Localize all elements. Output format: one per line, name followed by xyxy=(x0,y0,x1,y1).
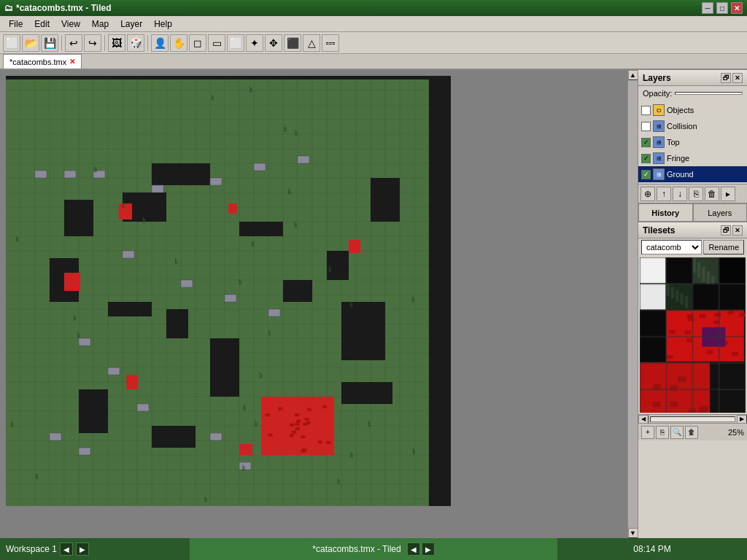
scroll-down-arrow[interactable]: ▼ xyxy=(628,528,638,538)
maximize-button[interactable]: □ xyxy=(716,2,728,14)
tab-close-button[interactable]: ✕ xyxy=(69,58,75,66)
layer-copy-button[interactable]: ⎘ xyxy=(689,187,703,201)
tab-layers[interactable]: Layers xyxy=(693,203,748,222)
redo-button[interactable]: ↪ xyxy=(84,34,101,52)
layer-toolbar: ⊕ ↑ ↓ ⎘ 🗑 ▸ xyxy=(638,184,747,203)
tileset-search-button[interactable]: 🔍 xyxy=(670,426,684,439)
scroll-up-arrow[interactable]: ▲ xyxy=(628,70,638,80)
tile-select-button[interactable]: ⬜ xyxy=(227,34,244,52)
layer-down-button[interactable]: ↓ xyxy=(673,187,687,201)
layer-item-top[interactable]: ✓ ⊞ Top xyxy=(638,134,747,150)
tileset-canvas[interactable] xyxy=(640,257,746,413)
layer-icon-ground: ⊞ xyxy=(653,168,665,180)
tilesets-content: catacomb Rename ◀ ▶ + ⎘ 🔍 🗑 25% xyxy=(638,238,747,538)
layer-item-collision[interactable]: ⊞ Collision xyxy=(638,118,747,134)
scroll-track[interactable] xyxy=(628,80,638,528)
layer-name-objects: Objects xyxy=(667,106,694,114)
canvas-area[interactable] xyxy=(0,70,627,538)
stamp-button[interactable]: 🖼 xyxy=(108,34,125,52)
tilesets-panel: Tilesets 🗗 ✕ catacomb Rename ◀ ▶ xyxy=(638,222,747,538)
menu-file[interactable]: File xyxy=(3,18,28,31)
layer-name-ground: Ground xyxy=(667,170,694,179)
tileset-scroll-left[interactable]: ◀ xyxy=(638,415,649,424)
main-area: ▲ ▼ Layers 🗗 ✕ Opacity: xyxy=(0,70,747,538)
canvas-vscrollbar[interactable]: ▲ ▼ xyxy=(627,70,638,538)
menu-help[interactable]: Help xyxy=(148,18,178,31)
close-button[interactable]: ✕ xyxy=(731,2,743,14)
bucket-button[interactable]: ⬛ xyxy=(284,34,301,52)
new-button[interactable]: ⬜ xyxy=(3,34,20,52)
app-icon: 🗂 xyxy=(4,3,13,13)
layers-panel-header: Layers 🗗 ✕ xyxy=(638,70,747,86)
tileset-scroll-right[interactable]: ▶ xyxy=(737,415,747,424)
tileset-hscrollbar[interactable]: ◀ ▶ xyxy=(638,414,747,423)
layer-name-collision: Collision xyxy=(667,122,697,131)
menu-edit[interactable]: Edit xyxy=(28,18,55,31)
map-canvas-inner[interactable] xyxy=(6,76,451,506)
layer-checkbox-ground[interactable]: ✓ xyxy=(641,170,651,179)
menu-layer[interactable]: Layer xyxy=(115,18,148,31)
workspace-next-button[interactable]: ▶ xyxy=(76,542,89,556)
rect-select-button[interactable]: ▭ xyxy=(208,34,225,52)
tab-catacombs[interactable]: *catacombs.tmx ✕ xyxy=(3,54,82,69)
tilesets-detach-button[interactable]: 🗗 xyxy=(721,225,731,236)
tileset-copy-button[interactable]: ⎘ xyxy=(656,426,669,439)
shape-button[interactable]: △ xyxy=(303,34,320,52)
workspace-label: Workspace 1 xyxy=(6,544,57,554)
layers-detach-button[interactable]: 🗗 xyxy=(721,73,731,83)
workspace-section: Workspace 1 ◀ ▶ xyxy=(0,538,190,560)
layer-checkbox-collision[interactable] xyxy=(641,122,651,131)
opacity-row: Opacity: xyxy=(638,86,747,101)
opacity-slider[interactable] xyxy=(675,92,743,95)
map-canvas[interactable] xyxy=(6,76,451,506)
layer-item-objects[interactable]: O Objects xyxy=(638,102,747,118)
open-button[interactable]: 📂 xyxy=(22,34,39,52)
object-button[interactable]: 👤 xyxy=(151,34,169,52)
tileset-select-row: catacomb Rename xyxy=(638,238,747,256)
layer-up-button[interactable]: ↑ xyxy=(657,187,671,201)
tilesets-close-button[interactable]: ✕ xyxy=(732,225,743,236)
layer-list: O Objects ⊞ Collision ✓ ⊞ Top ✓ xyxy=(638,101,747,184)
layer-item-ground[interactable]: ✓ ⊞ Ground xyxy=(638,166,747,182)
title-bar: 🗂 *catacombs.tmx - Tiled ─ □ ✕ xyxy=(0,0,747,16)
tilesets-panel-header: Tilesets 🗗 ✕ xyxy=(638,222,747,238)
workspace-prev-button[interactable]: ◀ xyxy=(60,542,73,556)
minimize-button[interactable]: ─ xyxy=(702,2,713,14)
scatter-button[interactable]: ⩶ xyxy=(322,34,339,52)
eraser-button[interactable]: ◻ xyxy=(189,34,206,52)
menu-view[interactable]: View xyxy=(55,18,86,31)
separator-3 xyxy=(147,35,148,51)
layers-close-button[interactable]: ✕ xyxy=(732,73,743,83)
tileset-delete-button[interactable]: 🗑 xyxy=(685,426,698,439)
status-title-section: *catacombs.tmx - Tiled ◀ ▶ xyxy=(190,538,557,560)
magic-wand-button[interactable]: ✦ xyxy=(246,34,263,52)
random-button[interactable]: 🎲 xyxy=(127,34,144,52)
status-time-text: 08:14 PM xyxy=(633,544,670,554)
rename-button[interactable]: Rename xyxy=(703,240,744,254)
layer-checkbox-objects[interactable] xyxy=(641,106,651,115)
layers-header-buttons: 🗗 ✕ xyxy=(721,73,743,83)
tilesets-header-buttons: 🗗 ✕ xyxy=(721,225,743,236)
layer-icon-fringe: ⊞ xyxy=(653,152,665,164)
title-next-button[interactable]: ▶ xyxy=(422,542,435,556)
title-prev-button[interactable]: ◀ xyxy=(407,542,420,556)
layer-more-button[interactable]: ▸ xyxy=(721,187,735,201)
tab-history[interactable]: History xyxy=(638,203,693,222)
layer-item-fringe[interactable]: ✓ ⊞ Fringe xyxy=(638,150,747,166)
tileset-dropdown[interactable]: catacomb xyxy=(641,240,702,254)
move-button[interactable]: ✥ xyxy=(265,34,282,52)
menu-bar: File Edit View Map Layer Help xyxy=(0,16,747,32)
tileset-add-button[interactable]: + xyxy=(641,426,654,439)
layer-delete-button[interactable]: 🗑 xyxy=(705,187,719,201)
layer-checkbox-fringe[interactable]: ✓ xyxy=(641,154,651,163)
menu-map[interactable]: Map xyxy=(86,18,115,31)
save-button[interactable]: 💾 xyxy=(41,34,58,52)
status-title-text: *catacombs.tmx - Tiled xyxy=(312,544,400,554)
zoom-label: 25% xyxy=(728,428,744,437)
layer-checkbox-top[interactable]: ✓ xyxy=(641,138,651,147)
undo-button[interactable]: ↩ xyxy=(65,34,82,52)
layer-add-button[interactable]: ⊕ xyxy=(640,187,655,201)
opacity-label: Opacity: xyxy=(643,89,672,98)
hand-button[interactable]: ✋ xyxy=(170,34,187,52)
tileset-scroll-track[interactable] xyxy=(650,416,735,422)
